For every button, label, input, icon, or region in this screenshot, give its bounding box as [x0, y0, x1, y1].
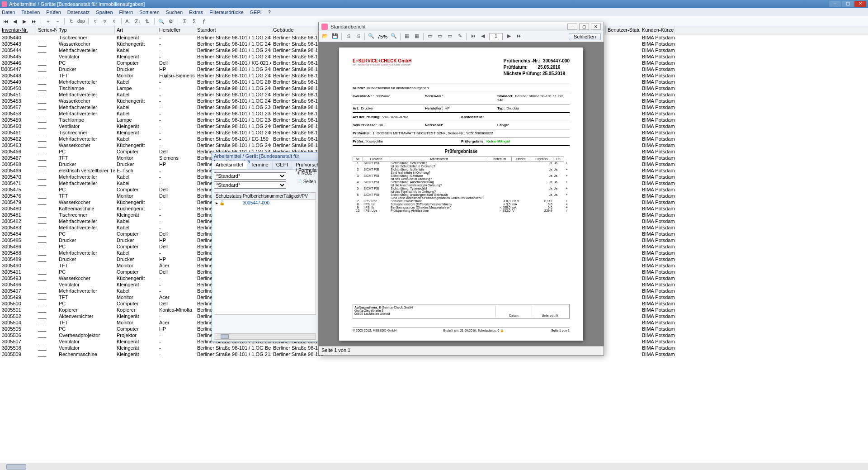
sort-icon[interactable]: ⇅ [144, 18, 151, 25]
col-art[interactable]: Art [115, 26, 157, 34]
menu-filterausdrücke[interactable]: Filterausdrücke [209, 9, 243, 15]
close-button[interactable]: ✕ [854, 1, 866, 7]
report-toolbar: 📂 💾 🖨 🖨 🔍 75% 🔍 ▦ ▦ ▭ ▭ ▭ ✎ ⏮ ◀ ▶ ⏭ Schl… [319, 31, 604, 42]
col-benutzer[interactable]: Benutzer-Status [606, 26, 640, 34]
mini-scrollbar[interactable] [214, 333, 316, 340]
nav-last-icon[interactable]: ⏭ [515, 33, 523, 40]
report-window[interactable]: Standardbericht — ▢ ✕ 📂 💾 🖨 🖨 🔍 75% 🔍 ▦ … [318, 22, 604, 356]
menu-tabellen[interactable]: Tabellen [21, 9, 40, 15]
nav-prev-icon[interactable]: ◀ [479, 33, 486, 40]
report-page: E+SERVICE+CHECK GmbHIhr Partner für e-ch… [339, 47, 583, 341]
add-icon[interactable]: ＋ [44, 18, 52, 25]
section-title: Prüfergebnisse [353, 149, 570, 154]
mini-col-nr[interactable]: Prüfberichtsnummer [241, 193, 282, 199]
col-kunden[interactable]: Kunden-Kürzel [640, 26, 675, 34]
last-icon[interactable]: ⏭ [30, 18, 38, 25]
page-icon: 📄 [297, 179, 302, 184]
main-titlebar[interactable]: Arbeitsmittel / Geräte [Bundesanstalt fü… [0, 0, 868, 8]
print-icon[interactable]: 🖨 [344, 33, 352, 40]
menu-extras[interactable]: Extras [189, 9, 203, 15]
detail-tabs: ArbeitsmittelTermineGEPIPrüfvorschriften… [212, 161, 318, 170]
zoom-value[interactable]: 75% [377, 34, 387, 39]
col-inventar[interactable]: Inventar-Nr. [0, 26, 36, 34]
col-standort[interactable]: Standort [195, 26, 271, 34]
results-table: Nr.FunktionArbeitsschrittKriteriumEinhei… [353, 157, 570, 212]
close-report-button[interactable]: Schließen [569, 33, 601, 40]
menu-sortieren[interactable]: Sortieren [139, 9, 160, 15]
tab-1[interactable]: Termine [247, 161, 273, 169]
page-input[interactable] [489, 33, 503, 40]
layout2-icon[interactable]: ▦ [413, 33, 420, 40]
report-close[interactable]: ✕ [591, 24, 601, 30]
col-serien[interactable]: Serien-Nr. [36, 26, 57, 34]
menu-spalten[interactable]: Spalten [96, 9, 113, 15]
prev-icon[interactable]: ◀ [11, 18, 19, 25]
delete-icon[interactable]: － [54, 18, 61, 25]
col-hersteller[interactable]: Hersteller [157, 26, 195, 34]
menu-prüfen[interactable]: Prüfen [46, 9, 61, 15]
app-icon [2, 1, 7, 7]
menu-datensatz[interactable]: Datensatz [67, 9, 90, 15]
menu-daten[interactable]: Daten [2, 9, 15, 15]
report-minimize[interactable]: — [567, 24, 577, 30]
scrollbar-thumb[interactable] [6, 464, 26, 470]
report-app-icon [321, 24, 328, 30]
page-action[interactable]: 📄Seiten [297, 179, 316, 184]
nav-next-icon[interactable]: ▶ [505, 33, 513, 40]
edit-icon[interactable]: ✎ [456, 33, 463, 40]
report-statusbar: Seite 1 von 1 [319, 346, 604, 355]
h-scrollbar[interactable] [0, 463, 868, 470]
layout1-icon[interactable]: ▦ [403, 33, 410, 40]
report-list[interactable]: Schutzstatus Prüfberichtsnummer Tätigkei… [214, 192, 316, 315]
menu-filtern[interactable]: Filtern [119, 9, 133, 15]
filter2-icon[interactable]: ▿ [101, 18, 108, 25]
nav-first-icon[interactable]: ⏮ [469, 33, 476, 40]
filter-select-1[interactable]: *Standard* [214, 172, 286, 180]
filter-select-2[interactable]: *Standard* [214, 181, 286, 189]
print-setup-icon[interactable]: 🖨 [354, 33, 362, 40]
tab-0[interactable]: Arbeitsmittel [212, 161, 247, 169]
sort-asc-icon[interactable]: A↓ [125, 18, 132, 25]
menu-suchen[interactable]: Suchen [166, 9, 183, 15]
view3-icon[interactable]: ▭ [446, 33, 453, 40]
sum-icon[interactable]: Σ [181, 18, 189, 25]
sum2-icon[interactable]: Σ [191, 18, 198, 25]
view2-icon[interactable]: ▭ [436, 33, 443, 40]
search-icon[interactable]: 🔍 [158, 18, 165, 25]
col-typ[interactable]: Typ [57, 26, 115, 34]
save-icon[interactable]: 💾 [331, 33, 339, 40]
minimize-button[interactable]: – [829, 1, 841, 7]
filter-icon[interactable]: ▿ [92, 18, 99, 25]
report-titlebar[interactable]: Standardbericht — ▢ ✕ [319, 22, 604, 31]
fx-icon[interactable]: ƒ [200, 18, 208, 25]
mini-col-pv[interactable]: Tätigkeit/PV [282, 193, 309, 199]
report-number[interactable]: 3005447-000 [241, 200, 282, 206]
open-icon[interactable]: 📂 [321, 33, 329, 40]
main-title: Arbeitsmittel / Geräte [Bundesanstalt fü… [9, 1, 829, 7]
dup-button[interactable]: dup [77, 18, 85, 25]
view1-icon[interactable]: ▭ [426, 33, 434, 40]
menu-?[interactable]: ? [268, 9, 271, 15]
new-action[interactable]: ✳Neue I [297, 171, 316, 176]
report-maximize[interactable]: ▢ [579, 24, 589, 30]
menu-gepi[interactable]: GEPI [250, 9, 262, 15]
report-row[interactable]: ▸ 🔓 3005447-000 [214, 200, 316, 206]
mini-col-schutz[interactable]: Schutzstatus [214, 193, 241, 199]
new-icon: ✳ [297, 171, 300, 176]
menubar: DatenTabellenPrüfenDatensatzSpaltenFilte… [0, 8, 868, 16]
zoom-in-icon[interactable]: 🔍 [390, 33, 397, 40]
maximize-button[interactable]: ▢ [842, 1, 854, 7]
next-icon[interactable]: ▶ [21, 18, 28, 25]
filter3-icon[interactable]: ▿ [111, 18, 118, 25]
detail-dialog-title[interactable]: Arbeitsmittel / Gerät [Bundesanstalt für… [212, 152, 318, 161]
sort-desc-icon[interactable]: Z↓ [134, 18, 142, 25]
detail-dialog[interactable]: Arbeitsmittel / Gerät [Bundesanstalt für… [212, 152, 318, 342]
first-icon[interactable]: ⏮ [2, 18, 9, 25]
zoom-out-icon[interactable]: 🔍 [368, 33, 375, 40]
tools-icon[interactable]: ⚙ [167, 18, 175, 25]
lock-icon: 🔓 [500, 329, 504, 332]
report-canvas[interactable]: E+SERVICE+CHECK GmbHIhr Partner für e-ch… [319, 42, 604, 346]
report-title: Standardbericht [330, 24, 567, 29]
tab-2[interactable]: GEPI [273, 161, 292, 169]
refresh-icon[interactable]: ↻ [68, 18, 75, 25]
